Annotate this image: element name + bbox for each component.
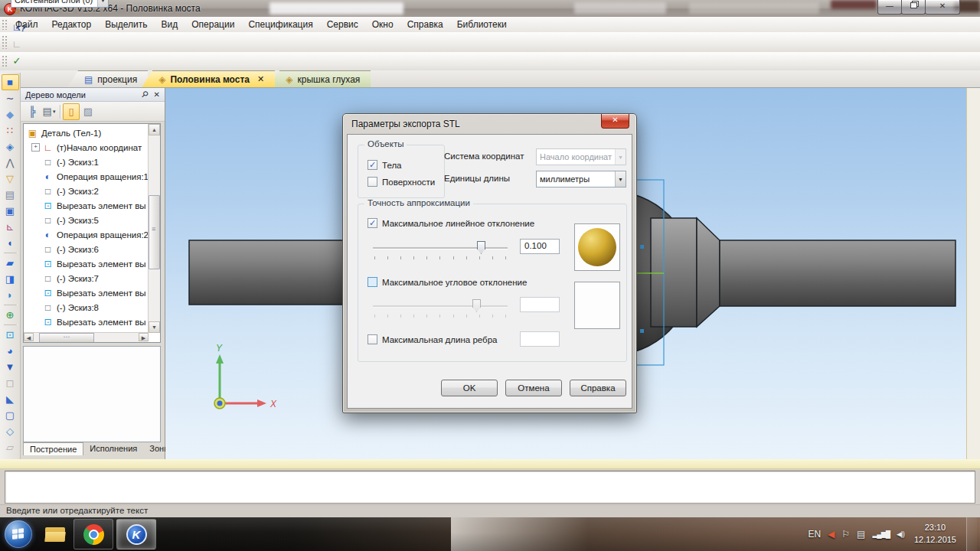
tree-item[interactable]: □(-) Эскиз:6 [24,242,149,256]
gray-op-icon[interactable]: ▱ [2,439,19,455]
toolbar-grip[interactable] [2,55,7,68]
restore-button[interactable] [901,0,926,15]
ok-button[interactable]: OK [441,380,498,396]
scrollbar-thumb[interactable] [39,333,94,343]
dialog-close-button[interactable]: ✕ [601,114,629,129]
slant-icon[interactable]: ◇ [2,423,19,439]
menu-item-вид[interactable]: Вид [155,19,185,30]
shell-icon[interactable]: ▢ [2,407,19,423]
text-entry-area[interactable] [5,471,975,504]
menu-item-библиотеки[interactable]: Библиотеки [450,19,514,30]
toolbar-grip[interactable] [2,19,7,30]
angular-deviation-checkbox-row[interactable]: Максимальное угловое отклонение [368,277,527,287]
extrude-cut-side-icon[interactable]: ◖ [2,235,19,251]
edge-length-checkbox[interactable] [368,334,377,344]
bodies-checkbox-row[interactable]: ✓ Тела [368,160,402,170]
tree-item[interactable]: ◐Операция вращения:2 [24,227,149,242]
cone-line-icon[interactable]: ⋀ [2,155,19,171]
volume-icon[interactable]: ◀)) [897,530,904,538]
sketch-check-icon[interactable]: ✓ [8,52,25,69]
tree-vertical-scrollbar[interactable]: ▲ ▼ [148,124,160,333]
plane-icon[interactable]: ◆ [2,106,19,122]
tree-report-icon[interactable]: ▨ [80,103,96,120]
document-tab[interactable]: ◈крышка глухая [269,70,371,87]
pin-icon[interactable]: ⚲ [139,89,150,100]
measure-angle-icon[interactable]: ⊾ [2,219,19,235]
menu-item-спецификация[interactable]: Спецификация [241,19,319,30]
tree-item[interactable]: □(-) Эскиз:1 [24,155,149,169]
volume-alert-icon[interactable]: ◀ [828,529,835,540]
close-button[interactable]: ✕ [925,0,960,15]
boolean-icon[interactable]: ⊕ [2,307,19,323]
windows-update-icon[interactable]: ▤ [857,529,865,540]
network-signal-icon[interactable]: ▂▄▆█ [872,530,890,538]
model-cone[interactable] [697,218,720,327]
scroll-up-arrow[interactable]: ▲ [149,124,160,135]
scrollbar-thumb[interactable] [149,195,160,269]
tab-close-icon[interactable]: ✕ [257,74,264,84]
tree-item[interactable]: ▣Деталь (Тел-1) [24,126,149,140]
language-indicator[interactable]: EN [808,529,821,540]
menu-item-окно[interactable]: Окно [365,19,400,30]
tree-item[interactable]: □(-) Эскиз:5 [24,213,149,227]
linear-deviation-checkbox[interactable]: ✓ [368,218,377,228]
scroll-down-arrow[interactable]: ▼ [149,321,160,333]
panel-tab-исполнения[interactable]: Исполнения [83,442,143,455]
scroll-right-arrow[interactable]: ▶ [139,333,149,341]
model-collar[interactable] [651,218,697,327]
expand-icon[interactable]: + [31,143,40,152]
tree-item[interactable]: □(-) Эскиз:7 [24,271,149,285]
extrude-icon[interactable]: ▰ [2,255,19,271]
menu-item-справка[interactable]: Справка [400,19,450,30]
surface-icon[interactable]: ◈ [2,139,19,155]
selection-handle[interactable] [640,245,644,249]
linear-deviation-input[interactable]: 0.100 [520,239,560,254]
surfaces-checkbox-row[interactable]: Поверхности [368,177,435,187]
tree-item[interactable]: ⊡Вырезать элемент вы [24,198,149,213]
taskbar-kompas-button[interactable]: K [116,519,156,549]
cancel-button[interactable]: Отмена [505,380,562,396]
tree-horizontal-scrollbar[interactable]: ◀ ▶ [24,332,149,342]
taskbar-clock[interactable]: 23:10 12.12.2015 [914,522,956,546]
tree-item[interactable]: □(-) Эскиз:2 [24,184,149,198]
start-button[interactable] [5,520,32,548]
sketch-edit-icon[interactable]: ∟ [8,35,25,52]
bodies-checkbox[interactable]: ✓ [368,160,377,170]
menu-item-сервис[interactable]: Сервис [320,19,365,30]
edit-part-icon[interactable]: ■ [2,74,19,90]
hole-icon[interactable]: ▼ [2,359,19,375]
loft-icon[interactable]: ◗ [2,287,19,303]
taskbar-explorer-button[interactable] [40,520,70,549]
filter-icon[interactable]: ▽ [2,171,19,187]
scroll-left-arrow[interactable]: ◀ [24,333,34,341]
linear-deviation-checkbox-row[interactable]: ✓ Максимальное линейное отклонение [368,218,534,228]
tree-structure-icon[interactable]: ╠ [24,103,41,120]
model-left-shaft[interactable] [189,240,354,305]
tree-display-icon[interactable]: ▤▾ [41,103,57,120]
fillet-icon[interactable]: ◕ [2,343,19,359]
spline-icon[interactable]: ∼ [2,90,19,106]
tree-item[interactable]: +∟(т)Начало координат [24,140,149,155]
edge-length-checkbox-row[interactable]: Максимальная длина ребра [368,334,497,344]
tree-item[interactable]: □(-) Эскиз:8 [24,300,149,315]
document-tab[interactable]: ◈Половинка моста✕ [142,70,275,87]
help-button[interactable]: Справка [570,380,626,396]
rect-frame-icon[interactable]: ▣ [2,203,19,219]
rib-icon[interactable]: ◣ [2,391,19,407]
layer-combo[interactable]: Системный слой (0)▼ [11,0,109,8]
linear-deviation-slider[interactable] [373,240,508,260]
sketch-mode-icon[interactable]: ∟ [8,18,25,35]
action-center-flag-icon[interactable]: ⚐ [841,529,850,540]
tree-item[interactable]: ⊡Вырезать элемент вы [24,285,149,300]
units-combo[interactable]: миллиметры▼ [536,171,626,186]
slider-thumb[interactable] [477,241,485,254]
surfaces-checkbox[interactable] [368,177,377,187]
document-tab[interactable]: ▤проекция [67,70,148,87]
selection-handle[interactable] [640,329,644,333]
menu-item-операции[interactable]: Операции [185,19,241,30]
close-panel-icon[interactable]: ✕ [154,90,160,99]
minimize-button[interactable]: — [877,0,902,15]
tree-item[interactable]: ◐Операция вращения:1 [24,169,149,184]
report-icon[interactable]: ▤ [2,187,19,203]
revolve-icon[interactable]: ◨ [2,271,19,287]
